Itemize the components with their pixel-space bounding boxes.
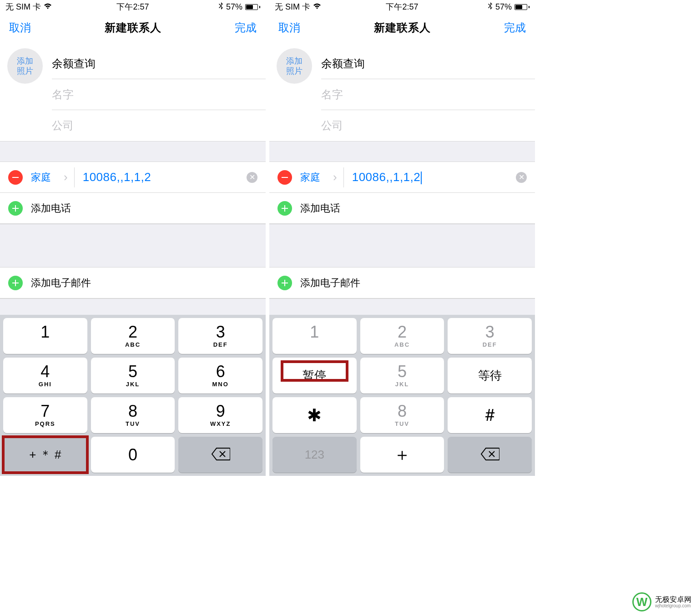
add-photo-button[interactable]: 添加 照片 bbox=[7, 48, 43, 84]
backspace-key[interactable] bbox=[178, 437, 262, 473]
key-back-to-numbers[interactable]: 123 bbox=[272, 437, 357, 473]
key-8[interactable]: 8TUV bbox=[360, 397, 444, 433]
key-3[interactable]: 3DEF bbox=[178, 318, 262, 354]
key-symbols[interactable]: + ＊ # bbox=[3, 437, 87, 473]
section-gap bbox=[0, 224, 266, 268]
watermark: W 无极安卓网 wjhotelgroup.com bbox=[632, 592, 691, 611]
numeric-keypad: 1 2ABC 3DEF 4GHI 5JKL 6MNO 7PQRS 8TUV 9W… bbox=[0, 315, 266, 476]
phone-number-field[interactable]: 10086,,1,1,2 bbox=[352, 170, 516, 184]
phone-number-field[interactable]: 10086,,1,1,2 bbox=[83, 170, 247, 184]
bluetooth-icon bbox=[488, 2, 493, 12]
key-1[interactable]: 1 bbox=[3, 318, 87, 354]
add-email-label: 添加电子邮件 bbox=[300, 276, 360, 290]
backspace-icon bbox=[211, 447, 230, 463]
key-8[interactable]: 8TUV bbox=[91, 397, 175, 433]
last-name-field[interactable]: 余额查询 bbox=[52, 48, 266, 79]
key-3[interactable]: 3DEF bbox=[448, 318, 532, 354]
key-pause[interactable]: 暂停 bbox=[272, 358, 357, 394]
add-email-label: 添加电子邮件 bbox=[31, 276, 91, 290]
plus-icon bbox=[277, 276, 292, 290]
clear-icon[interactable]: ✕ bbox=[247, 172, 257, 183]
nav-bar: 取消 新建联系人 完成 bbox=[269, 14, 535, 42]
remove-phone-button[interactable] bbox=[8, 170, 23, 185]
plus-icon bbox=[8, 276, 23, 290]
phone-row: 家庭 › 10086,,1,1,2 ✕ bbox=[0, 162, 266, 193]
nav-bar: 取消 新建联系人 完成 bbox=[0, 14, 266, 42]
carrier-label: 无 SIM 卡 bbox=[275, 1, 310, 12]
first-name-field[interactable]: 名字 bbox=[321, 79, 535, 110]
key-4[interactable]: 4GHI bbox=[3, 358, 87, 394]
battery-pct: 57% bbox=[495, 2, 512, 12]
key-7[interactable]: 7PQRS bbox=[3, 397, 87, 433]
chevron-right-icon: › bbox=[333, 170, 337, 184]
right-screenshot: 无 SIM 卡 下午2:57 57% 取消 新建联系人 完成 添加 照片 bbox=[269, 0, 535, 476]
status-bar: 无 SIM 卡 下午2:57 57% bbox=[0, 0, 266, 14]
add-phone-label: 添加电话 bbox=[300, 202, 340, 215]
key-0[interactable]: 0 bbox=[91, 437, 175, 473]
section-gap bbox=[269, 141, 535, 162]
clock: 下午2:57 bbox=[386, 1, 418, 12]
page-title: 新建联系人 bbox=[105, 20, 161, 35]
add-phone-row[interactable]: 添加电话 bbox=[0, 193, 266, 224]
watermark-url: wjhotelgroup.com bbox=[655, 603, 691, 608]
watermark-logo: W bbox=[632, 592, 651, 611]
clear-icon[interactable]: ✕ bbox=[516, 172, 527, 183]
key-5[interactable]: 5JKL bbox=[91, 358, 175, 394]
key-wait[interactable]: 等待 bbox=[448, 358, 532, 394]
key-star[interactable]: ✱ bbox=[272, 397, 357, 433]
contact-header: 添加 照片 余额查询 名字 公司 bbox=[0, 42, 266, 141]
remove-phone-button[interactable] bbox=[277, 170, 292, 185]
cancel-button[interactable]: 取消 bbox=[278, 20, 300, 35]
status-bar: 无 SIM 卡 下午2:57 57% bbox=[269, 0, 535, 14]
backspace-key[interactable] bbox=[448, 437, 532, 473]
bluetooth-icon bbox=[219, 2, 223, 12]
add-email-row[interactable]: 添加电子邮件 bbox=[0, 268, 266, 298]
plus-icon bbox=[8, 201, 23, 216]
key-1[interactable]: 1 bbox=[272, 318, 357, 354]
contact-header: 添加 照片 余额查询 名字 公司 bbox=[269, 42, 535, 141]
watermark-title: 无极安卓网 bbox=[655, 596, 691, 604]
add-phone-row[interactable]: 添加电话 bbox=[269, 193, 535, 224]
battery-icon bbox=[245, 4, 260, 10]
done-button[interactable]: 完成 bbox=[235, 20, 257, 35]
wifi-icon bbox=[44, 2, 52, 12]
plus-icon bbox=[277, 201, 292, 216]
wifi-icon bbox=[313, 2, 321, 12]
key-2[interactable]: 2ABC bbox=[360, 318, 444, 354]
key-hash[interactable]: ＃ bbox=[448, 397, 532, 433]
add-email-row[interactable]: 添加电子邮件 bbox=[269, 268, 535, 298]
first-name-field[interactable]: 名字 bbox=[52, 79, 266, 110]
key-5[interactable]: 5JKL bbox=[360, 358, 444, 394]
section-gap bbox=[269, 224, 535, 268]
clock: 下午2:57 bbox=[116, 1, 149, 12]
backspace-icon bbox=[480, 447, 499, 463]
phone-type-button[interactable]: 家庭 bbox=[300, 171, 333, 184]
phone-row: 家庭 › 10086,,1,1,2 ✕ bbox=[269, 162, 535, 193]
carrier-label: 无 SIM 卡 bbox=[5, 1, 41, 12]
chevron-right-icon: › bbox=[64, 170, 68, 184]
done-button[interactable]: 完成 bbox=[504, 20, 526, 35]
phone-type-button[interactable]: 家庭 bbox=[31, 171, 64, 184]
symbol-keypad: 1 2ABC 3DEF 暂停 5JKL 等待 ✱ 8TUV ＃ 123 ＋ bbox=[269, 315, 535, 476]
left-screenshot: 无 SIM 卡 下午2:57 57% 取消 新建联系人 完成 添加 照片 bbox=[0, 0, 266, 476]
add-phone-label: 添加电话 bbox=[31, 202, 71, 215]
add-photo-button[interactable]: 添加 照片 bbox=[277, 48, 312, 84]
cancel-button[interactable]: 取消 bbox=[9, 20, 31, 35]
key-plus[interactable]: ＋ bbox=[360, 437, 444, 473]
last-name-field[interactable]: 余额查询 bbox=[321, 48, 535, 79]
company-field[interactable]: 公司 bbox=[321, 110, 535, 141]
key-9[interactable]: 9WXYZ bbox=[178, 397, 262, 433]
key-2[interactable]: 2ABC bbox=[91, 318, 175, 354]
page-title: 新建联系人 bbox=[374, 20, 431, 35]
battery-pct: 57% bbox=[226, 2, 242, 12]
battery-icon bbox=[514, 4, 530, 10]
company-field[interactable]: 公司 bbox=[52, 110, 266, 141]
key-6[interactable]: 6MNO bbox=[178, 358, 262, 394]
section-gap bbox=[0, 141, 266, 162]
